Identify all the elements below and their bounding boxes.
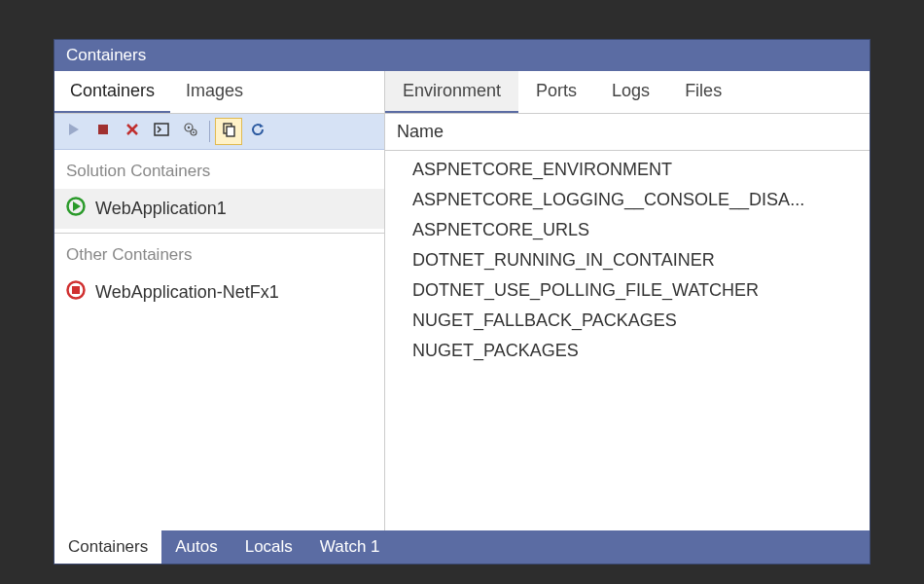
copy-button[interactable]	[215, 118, 242, 145]
svg-marker-13	[73, 201, 81, 211]
svg-point-6	[188, 127, 190, 128]
container-item[interactable]: WebApplication1	[54, 189, 384, 229]
terminal-icon	[154, 123, 169, 140]
window-title: Containers	[66, 46, 146, 64]
tab-files[interactable]: Files	[667, 71, 739, 113]
stop-button[interactable]	[89, 118, 117, 145]
bottom-tab-autos[interactable]: Autos	[161, 530, 231, 564]
attach-debugger-button[interactable]	[177, 118, 204, 145]
env-var-row[interactable]: ASPNETCORE_LOGGING__CONSOLE__DISA...	[385, 185, 870, 215]
toolbar-separator	[209, 121, 210, 142]
refresh-icon	[250, 122, 266, 141]
tab-environment[interactable]: Environment	[385, 71, 518, 113]
container-name: WebApplication-NetFx1	[95, 282, 279, 303]
tab-label: Images	[186, 81, 243, 100]
tab-label: Ports	[536, 81, 577, 100]
tab-label: Containers	[70, 81, 155, 100]
svg-point-8	[193, 131, 195, 133]
window-title-bar[interactable]: Containers	[54, 40, 870, 71]
open-terminal-button[interactable]	[148, 118, 175, 145]
start-button[interactable]	[60, 118, 88, 145]
tab-label: Locals	[245, 537, 293, 556]
svg-rect-10	[227, 127, 234, 136]
tab-label: Watch 1	[320, 537, 380, 556]
left-pane: Containers Images	[54, 71, 385, 530]
container-item[interactable]: WebApplication-NetFx1	[54, 273, 384, 312]
svg-rect-1	[98, 125, 108, 134]
env-var-list: ASPNETCORE_ENVIRONMENT ASPNETCORE_LOGGIN…	[385, 151, 870, 530]
env-var-row[interactable]: DOTNET_RUNNING_IN_CONTAINER	[385, 245, 870, 275]
container-toolbar	[54, 114, 384, 150]
refresh-button[interactable]	[244, 118, 271, 145]
env-var-row[interactable]: ASPNETCORE_ENVIRONMENT	[385, 155, 870, 185]
section-header-other: Other Containers	[54, 234, 384, 273]
container-name: WebApplication1	[95, 199, 227, 219]
stop-icon	[96, 123, 110, 140]
env-var-row[interactable]: ASPNETCORE_URLS	[385, 215, 870, 245]
env-var-row[interactable]: NUGET_FALLBACK_PACKAGES	[385, 306, 870, 336]
play-icon	[67, 123, 81, 140]
bottom-tab-locals[interactable]: Locals	[231, 530, 306, 564]
svg-marker-0	[69, 124, 79, 135]
tab-logs[interactable]: Logs	[594, 71, 667, 113]
copy-icon	[221, 122, 236, 141]
main-area: Containers Images	[54, 71, 870, 530]
remove-button[interactable]	[119, 118, 146, 145]
tab-label: Environment	[403, 81, 501, 100]
section-header-solution: Solution Containers	[54, 150, 384, 189]
running-icon	[66, 197, 86, 221]
tab-ports[interactable]: Ports	[518, 71, 594, 113]
containers-tool-window: Containers Containers Images	[53, 39, 871, 565]
svg-marker-11	[260, 124, 264, 128]
detail-tab-strip: Environment Ports Logs Files	[385, 71, 870, 114]
left-tab-strip: Containers Images	[54, 71, 384, 114]
tab-label: Logs	[612, 81, 650, 100]
env-column-header[interactable]: Name	[385, 114, 870, 151]
bottom-tab-containers[interactable]: Containers	[54, 530, 161, 564]
env-var-row[interactable]: NUGET_PACKAGES	[385, 336, 870, 366]
stopped-icon	[66, 280, 86, 305]
tab-images[interactable]: Images	[170, 71, 259, 113]
env-var-row[interactable]: DOTNET_USE_POLLING_FILE_WATCHER	[385, 275, 870, 306]
delete-icon	[124, 122, 140, 141]
bottom-tab-watch1[interactable]: Watch 1	[306, 530, 394, 564]
tab-label: Autos	[175, 537, 217, 556]
tab-label: Containers	[68, 537, 148, 556]
svg-rect-15	[72, 286, 80, 294]
right-pane: Environment Ports Logs Files Name ASPNET…	[385, 71, 870, 530]
tab-label: Files	[685, 81, 722, 100]
tab-containers[interactable]: Containers	[54, 71, 170, 113]
gears-icon	[183, 122, 198, 141]
bottom-tab-strip: Containers Autos Locals Watch 1	[54, 530, 870, 564]
